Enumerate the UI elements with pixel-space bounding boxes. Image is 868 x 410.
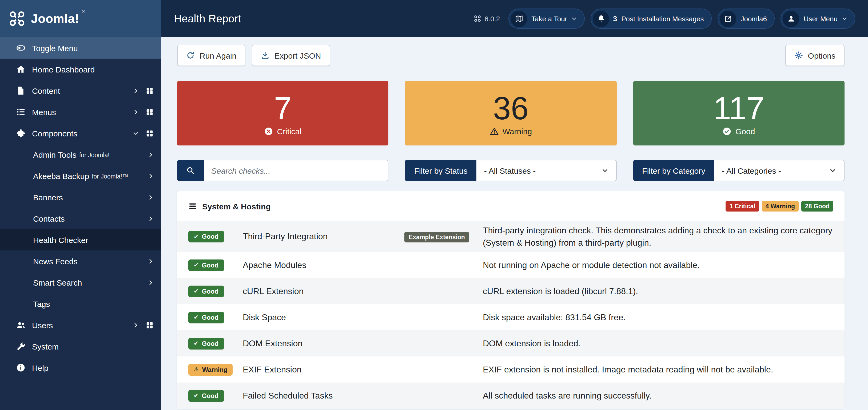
status-badge: ✔Good [188,338,224,349]
user-menu-button[interactable]: User Menu [781,8,855,29]
sidebar-item-health-checker[interactable]: Health Checker [0,229,161,250]
warning-triangle-icon: ⚠ [194,367,199,373]
check-circle-icon: ✔ [194,393,198,399]
sidebar-item-tags[interactable]: Tags [0,293,161,314]
joomla-brand[interactable]: Joomla! ® [0,0,161,37]
chevron-right-icon [148,173,154,179]
toggle-icon [16,43,26,53]
take-a-tour-button[interactable]: Take a Tour [508,8,585,29]
x-circle-icon [264,127,273,136]
users-icon [16,320,26,330]
sidebar-item-label: Banners [33,193,63,202]
user-icon-chip [783,10,800,27]
check-name: DOM Extension [243,339,404,348]
sidebar-item-content[interactable]: Content [0,80,161,101]
stat-card-critical[interactable]: 7Critical [177,81,389,145]
sidebar-item-label: Admin Tools [33,150,76,159]
panel-badges: 1 Critical4 Warning28 Good [725,201,833,211]
check-circle-icon: ✔ [194,288,198,295]
stat-value: 36 [493,91,529,126]
export-json-button[interactable]: Export JSON [252,45,330,66]
external-link-icon [724,15,732,23]
sidebar-item-help[interactable]: Help [0,357,161,378]
sidebar-item-suffix: for Joomla!™ [92,173,128,179]
check-name: Third-Party Integration [243,232,404,241]
check-name: EXIF Extension [243,365,404,375]
check-name: Apache Modules [243,261,404,270]
stat-value: 117 [713,91,764,126]
site-preview-button[interactable]: Joomla6 [718,8,775,29]
status-filter-group: Filter by Status - All Statuses - [405,160,617,181]
dashboard-grid-icon[interactable] [146,321,154,329]
messages-count-badge: 3 [613,15,617,23]
stat-label: Warning [502,127,532,136]
sidebar-item-system[interactable]: System [0,336,161,357]
check-description: EXIF extension is not installed. Image m… [483,364,833,376]
sidebar-item-contacts[interactable]: Contacts [0,208,161,229]
download-icon [261,51,270,60]
brand-wordmark: Joomla! [31,11,79,26]
tour-map-icon [515,14,523,23]
summary-badge-good: 28 Good [801,201,833,211]
panel-header: System & Hosting 1 Critical4 Warning28 G… [177,191,844,221]
user-icon [787,14,796,23]
sidebar-item-akeeba-backup[interactable]: Akeeba Backupfor Joomla!™ [0,165,161,186]
options-button[interactable]: Options [785,45,844,66]
sidebar-item-news-feeds[interactable]: News Feeds [0,250,161,272]
stat-value: 7 [274,91,292,126]
chevron-right-icon [133,322,139,328]
check-row: ✔GoodFailed Scheduled TasksAll scheduled… [177,383,844,409]
stat-label: Critical [277,127,302,136]
sidebar-item-components[interactable]: Components [0,123,161,144]
check-circle-icon [723,127,732,136]
sidebar-item-home-dashboard[interactable]: Home Dashboard [0,59,161,80]
tour-icon-chip [510,10,527,27]
list-icon [16,107,26,117]
stat-label: Good [736,127,755,136]
check-description: All scheduled tasks are running successf… [483,390,833,402]
dashboard-grid-icon[interactable] [146,87,154,95]
main-content: Run Again Export JSON Options 7Critical3… [161,37,868,410]
dashboard-grid-icon[interactable] [146,129,154,137]
sidebar-item-toggle-menu[interactable]: Toggle Menu [0,37,161,59]
check-rows: ✔GoodThird-Party IntegrationExample Exte… [177,221,844,409]
chevron-right-icon [148,151,154,158]
check-description: Not running on Apache or module detectio… [483,259,833,271]
bell-icon-chip [593,10,609,27]
sidebar-item-label: Health Checker [33,235,88,244]
sidebar-item-users[interactable]: Users [0,314,161,336]
sidebar-item-label: Toggle Menu [32,43,78,53]
page-title: Health Report [174,12,241,25]
stat-card-warning[interactable]: 36Warning [405,81,617,145]
chevron-right-icon [148,215,154,221]
filters-row: Filter by Status - All Statuses - Filter… [177,160,844,181]
run-again-button[interactable]: Run Again [177,45,245,66]
summary-badge-critical: 1 Critical [725,201,759,211]
chevron-down-icon [842,16,847,21]
category-list-icon [188,202,197,210]
sidebar-item-label: Help [32,363,49,372]
chevron-right-icon [148,194,154,200]
search-button[interactable] [177,160,204,181]
stat-card-good[interactable]: 117Good [633,81,844,145]
search-input[interactable] [204,160,389,181]
dashboard-grid-icon[interactable] [146,108,154,116]
status-badge: ✔Good [188,312,224,323]
sidebar-item-smart-search[interactable]: Smart Search [0,272,161,293]
sidebar-item-label: Menus [32,107,56,116]
check-description: Disk space available: 831.54 GB free. [483,311,833,324]
warning-icon [490,127,499,136]
sidebar-item-menus[interactable]: Menus [0,101,161,123]
sidebar-item-admin-tools[interactable]: Admin Toolsfor Joomla! [0,144,161,165]
sidebar-item-label: Components [32,129,78,138]
chevron-down-icon [571,16,577,21]
category-filter-select[interactable]: - All Categories - [714,160,844,181]
check-row: ⚠WarningEXIF ExtensionEXIF extension is … [177,357,844,383]
info-icon [16,363,26,372]
wrench-icon [16,342,26,351]
check-row: ✔GoodThird-Party IntegrationExample Exte… [177,221,844,252]
sidebar-item-banners[interactable]: Banners [0,186,161,208]
post-installation-messages-button[interactable]: 3 Post Installation Messages [591,8,712,29]
stats-row: 7Critical36Warning117Good [177,81,844,145]
status-filter-select[interactable]: - All Statuses - [477,160,617,181]
